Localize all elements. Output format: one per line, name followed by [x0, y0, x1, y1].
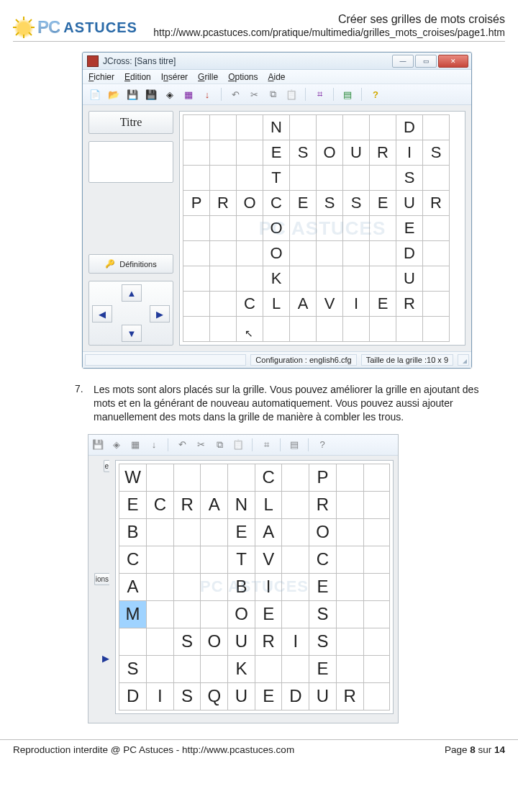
grid-cell[interactable]: U	[309, 682, 337, 710]
grid-cell[interactable]: I	[396, 140, 423, 166]
grid-cell[interactable]	[363, 491, 390, 518]
grid-cell[interactable]	[290, 266, 317, 292]
cut-icon[interactable]: ✂	[246, 86, 262, 102]
grid-cell[interactable]	[343, 216, 370, 241]
grid-cell[interactable]	[363, 573, 390, 600]
grid-cell[interactable]	[210, 216, 237, 241]
grid-cell[interactable]	[282, 655, 309, 682]
grid-cell[interactable]	[237, 317, 263, 342]
grid-cell[interactable]: A	[119, 573, 147, 600]
definitions-button[interactable]: 🔑 Définitions	[88, 254, 173, 274]
grid-cell[interactable]	[336, 491, 363, 518]
grid-cell[interactable]	[183, 292, 210, 317]
grid-cell[interactable]	[263, 317, 290, 342]
grid-cell[interactable]: A	[255, 518, 282, 546]
save-icon[interactable]: 💾	[124, 86, 140, 102]
grid-cell[interactable]: N	[228, 491, 255, 518]
grid-cell[interactable]: R	[336, 682, 363, 710]
grid-cell[interactable]: E	[263, 140, 290, 166]
grid-cell[interactable]	[336, 518, 363, 546]
grid-cell[interactable]	[370, 216, 396, 241]
open-icon[interactable]: 📂	[106, 86, 122, 102]
grid-cell[interactable]	[317, 241, 343, 266]
grid-cell[interactable]: V	[255, 546, 282, 573]
grid-cell[interactable]: C	[255, 464, 282, 491]
window-titlebar[interactable]: JCross: [Sans titre] — ▭ ✕	[83, 53, 471, 70]
arrow-down-button[interactable]: ▼	[122, 325, 142, 342]
undo-icon[interactable]: ↶	[227, 86, 243, 102]
grid-cell[interactable]	[173, 655, 201, 682]
grid-cell[interactable]: A	[201, 491, 228, 518]
grid-cell[interactable]: S	[309, 628, 337, 655]
grid-cell[interactable]	[147, 655, 174, 682]
grid-cell[interactable]	[336, 546, 363, 573]
grid-cell[interactable]	[396, 317, 423, 342]
grid-cell[interactable]: S	[173, 628, 201, 655]
grid-cell[interactable]	[173, 546, 201, 573]
insert-icon[interactable]: ↓	[146, 437, 162, 453]
saveas-icon[interactable]: 💾	[143, 86, 159, 102]
grid-cell[interactable]	[237, 241, 263, 266]
grid-cell[interactable]	[147, 628, 174, 655]
crossword-grid[interactable]: WCPECRANLRBEAOCTVCABIEMOESSOURISSKEDISQU…	[119, 464, 390, 710]
grid-cell[interactable]: U	[396, 191, 423, 216]
grid-cell[interactable]	[336, 464, 363, 491]
grid-cell[interactable]: I	[147, 682, 174, 710]
grid-cell[interactable]: C	[237, 292, 263, 317]
grid-cell[interactable]	[201, 464, 228, 491]
grid-cell[interactable]: S	[423, 140, 450, 166]
grid-cell[interactable]	[147, 518, 174, 546]
grid-cell[interactable]	[423, 241, 450, 266]
grid-cell[interactable]: R	[210, 191, 237, 216]
props-icon[interactable]: ▦	[181, 86, 196, 102]
paste-icon[interactable]: 📋	[230, 437, 246, 453]
grid-cell[interactable]: E	[309, 573, 337, 600]
menu-grille[interactable]: Grille	[198, 72, 218, 82]
window-close-button[interactable]: ✕	[438, 55, 468, 68]
grid-cell[interactable]	[147, 546, 174, 573]
grid-cell[interactable]	[317, 115, 343, 140]
grid-cell[interactable]: E	[255, 600, 282, 628]
arrow-up-button[interactable]: ▲	[122, 284, 142, 302]
grid-cell[interactable]	[370, 317, 396, 342]
grid-cell[interactable]	[147, 573, 174, 600]
grid-cell[interactable]	[290, 115, 317, 140]
grid-cell[interactable]	[237, 166, 263, 191]
grid-cell[interactable]: D	[396, 241, 423, 266]
grid-cell[interactable]	[317, 266, 343, 292]
grid-cell[interactable]: U	[396, 266, 423, 292]
grid-cell[interactable]: S	[343, 191, 370, 216]
grid-cell[interactable]	[183, 115, 210, 140]
grid-cell[interactable]: N	[263, 115, 290, 140]
grid-cell[interactable]: C	[263, 191, 290, 216]
help-icon[interactable]: ?	[314, 437, 330, 453]
grid-cell[interactable]	[210, 241, 237, 266]
grid-cell[interactable]: E	[396, 216, 423, 241]
grid-cell[interactable]	[343, 166, 370, 191]
grid-cell[interactable]: R	[255, 628, 282, 655]
grid-cell[interactable]: I	[282, 628, 309, 655]
grid-cell[interactable]	[282, 546, 309, 573]
grid-cell[interactable]	[423, 115, 450, 140]
grid-cell[interactable]: V	[317, 292, 343, 317]
grid-cell[interactable]: E	[255, 682, 282, 710]
compile-icon[interactable]: ⌗	[312, 86, 327, 102]
copy-icon[interactable]: ⧉	[212, 437, 227, 453]
compile-icon[interactable]: ⌗	[258, 437, 274, 453]
grid-cell[interactable]	[173, 600, 201, 628]
grid-cell[interactable]	[363, 546, 390, 573]
grid-cell[interactable]	[290, 317, 317, 342]
grid-cell[interactable]	[201, 600, 228, 628]
paste-icon[interactable]: 📋	[283, 86, 299, 102]
menu-aide[interactable]: Aide	[268, 72, 286, 82]
grid-cell[interactable]	[423, 166, 450, 191]
grid-cell[interactable]	[336, 573, 363, 600]
grid-cell[interactable]	[282, 573, 309, 600]
grid-cell[interactable]	[237, 216, 263, 241]
grid-cell[interactable]: R	[423, 191, 450, 216]
grid-cell[interactable]: P	[309, 464, 337, 491]
grid-cell[interactable]	[317, 216, 343, 241]
grid-cell[interactable]: L	[263, 292, 290, 317]
grid-cell[interactable]	[210, 166, 237, 191]
grid-cell[interactable]: O	[237, 191, 263, 216]
